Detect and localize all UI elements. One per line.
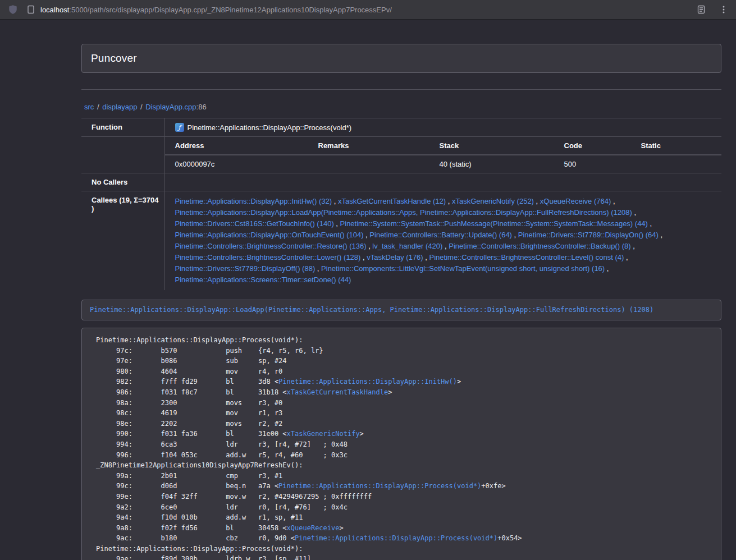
callee-link[interactable]: vTaskDelay (176) [367,253,423,261]
tracking-protection-shield-icon[interactable] [8,4,18,15]
col-header-static: Static [631,137,722,155]
callee-link[interactable]: Pinetime::Controllers::Battery::Update()… [369,231,512,239]
browser-toolbar: localhost:5000/path/src/displayapp/Displ… [0,0,736,20]
callee-link[interactable]: Pinetime::Controllers::BrightnessControl… [175,253,361,261]
code-symbol-link[interactable]: Pinetime::Applications::DisplayApp::Proc… [295,534,497,542]
code-symbol-link[interactable]: Pinetime::Applications::DisplayApp::Proc… [278,482,481,490]
table-row: 0x0000097c 40 (static) 500 [165,155,722,173]
callee-link[interactable]: xTaskGenericNotify (252) [452,197,534,205]
callee-link[interactable]: Pinetime::Drivers::St7789::DisplayOn() (… [518,231,659,239]
callee-link[interactable]: Pinetime::Applications::Screens::Timer::… [175,276,351,284]
app-title: Puncover [91,52,712,65]
col-header-stack: Stack [429,137,554,155]
largest-callee-link[interactable]: Pinetime::Applications::DisplayApp::Load… [90,306,653,314]
no-callers-row: No Callers [81,173,721,191]
code-symbol-link[interactable]: Pinetime::Applications::DisplayApp::Init… [278,378,457,385]
reader-view-icon[interactable] [697,5,706,14]
breadcrumb: src / displayapp / DisplayApp.cpp:86 [81,103,721,111]
callee-link[interactable]: Pinetime::Applications::DisplayApp::Load… [175,208,632,217]
code-symbol-link[interactable]: xTaskGetCurrentTaskHandle [287,388,388,396]
breadcrumb-line-number: :86 [196,103,207,111]
callee-link[interactable]: Pinetime::Controllers::BrightnessControl… [429,253,624,261]
empty-cell [81,137,164,173]
function-label: Function [81,118,164,137]
callee-link[interactable]: lv_task_handler (420) [372,242,442,250]
menu-kebab-icon[interactable] [719,5,728,14]
callees-list: Pinetime::Applications::DisplayApp::Init… [164,191,721,291]
no-callers-label: No Callers [81,173,164,191]
callee-link[interactable]: Pinetime::System::SystemTask::PushMessag… [340,219,648,228]
disassembly: Pinetime::Applications::DisplayApp::Proc… [96,335,713,560]
callee-link[interactable]: Pinetime::Drivers::Cst816S::GetTouchInfo… [175,219,334,228]
cell-static [631,155,722,173]
callee-link[interactable]: xQueueReceive (764) [540,197,611,205]
callee-link[interactable]: Pinetime::Drivers::St7789::DisplayOff() … [175,264,316,273]
code-symbol-link[interactable]: xTaskGenericNotify [287,430,360,438]
breadcrumb-separator: / [96,103,100,111]
callee-link[interactable]: Pinetime::Controllers::BrightnessControl… [449,242,630,250]
col-header-code: Code [554,137,631,155]
function-name: Pinetime::Applications::DisplayApp::Proc… [188,123,352,132]
address-row: Address Remarks Stack Code Static 0x0000… [81,137,721,173]
url-path: :5000/path/src/displayapp/DisplayApp.cpp… [69,6,392,14]
page-content: Puncover src / displayapp / DisplayApp.c… [0,20,736,560]
empty-cell [164,173,721,191]
col-header-remarks: Remarks [308,137,429,155]
breadcrumb-link-file[interactable]: DisplayApp.cpp [145,103,196,111]
callee-link[interactable]: Pinetime::Applications::DisplayApp::Init… [175,197,332,205]
callee-link[interactable]: Pinetime::Controllers::BrightnessControl… [175,242,367,250]
url-bar[interactable]: localhost:5000/path/src/displayapp/Displ… [27,2,685,17]
cell-remarks [308,155,429,173]
breadcrumb-link-src[interactable]: src [84,103,94,111]
function-row: Function ƒ Pinetime::Applications::Displ… [81,118,721,137]
page-info-icon[interactable] [27,5,35,14]
function-info-table: Function ƒ Pinetime::Applications::Displ… [81,118,721,290]
cell-stack: 40 (static) [429,155,554,173]
callee-link[interactable]: Pinetime::Applications::DisplayApp::OnTo… [175,231,364,239]
callee-link[interactable]: xTaskGetCurrentTaskHandle (12) [338,197,446,205]
breadcrumb-separator: / [139,103,144,111]
callees-row: Callees (19, Σ=3704 ) Pinetime::Applicat… [81,191,721,291]
divider [81,89,721,90]
col-header-address: Address [165,137,308,155]
url-host: localhost [40,6,69,14]
callees-label: Callees (19, Σ=3704 ) [81,191,164,291]
cell-code: 500 [554,155,631,173]
app-header-panel: Puncover [81,44,721,73]
address-table: Address Remarks Stack Code Static 0x0000… [165,137,722,173]
function-icon: ƒ [175,123,184,132]
breadcrumb-link-displayapp[interactable]: displayapp [102,103,137,111]
code-symbol-link[interactable]: xQueueReceive [287,524,340,532]
largest-callee-panel: Pinetime::Applications::DisplayApp::Load… [81,300,721,320]
cell-address: 0x0000097c [165,155,308,173]
disassembly-panel: Pinetime::Applications::DisplayApp::Proc… [81,328,721,560]
callee-link[interactable]: Pinetime::Components::LittleVgl::SetNewT… [321,264,605,273]
